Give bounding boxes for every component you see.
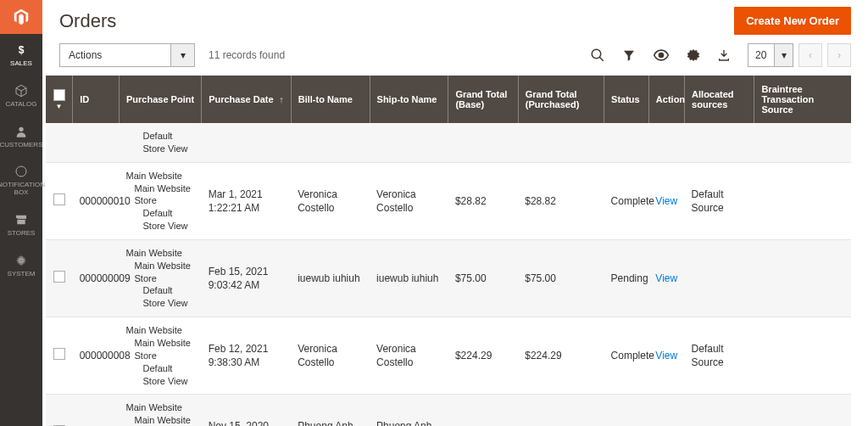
row-checkbox[interactable] xyxy=(53,193,65,205)
sidebar-item-customers[interactable]: CUSTOMERS xyxy=(0,115,42,156)
cell-purchase-point: Main WebsiteMain Website StoreDefault St… xyxy=(120,239,202,317)
column-header[interactable]: Ship-to Name xyxy=(370,76,448,123)
column-header[interactable]: ▼ xyxy=(46,76,73,123)
select-all-checkbox[interactable] xyxy=(53,89,65,101)
cell-base: $74.00 xyxy=(448,395,518,426)
column-header[interactable]: Bill-to Name xyxy=(291,76,370,123)
cell-base: $28.82 xyxy=(448,162,518,239)
cell-status: Complete xyxy=(604,162,649,239)
page-size-select[interactable]: 20 ▾ xyxy=(748,43,793,67)
column-header[interactable]: Grand Total (Base) xyxy=(448,76,518,123)
column-header[interactable]: Braintree Transaction Source xyxy=(754,76,851,123)
cell-alloc: Default Source xyxy=(685,317,754,395)
cell-bt xyxy=(754,317,851,395)
sidebar-item-catalog[interactable]: CATALOG xyxy=(0,75,42,115)
cell-bill: iuewub iuhiuh xyxy=(291,239,370,317)
cell-purchase-point: Main WebsiteMain Website StoreDefault St… xyxy=(120,395,202,426)
chevron-down-icon: ▾ xyxy=(170,44,194,66)
column-header[interactable]: Allocated sources xyxy=(685,76,754,123)
next-page-button[interactable]: › xyxy=(827,43,851,67)
cell-date: Feb 15, 2021 9:03:42 AM xyxy=(202,239,292,317)
cell-date: Feb 12, 2021 9:38:30 AM xyxy=(202,317,292,395)
svg-text:$: $ xyxy=(19,44,25,56)
settings-icon[interactable] xyxy=(687,48,700,62)
svg-point-6 xyxy=(659,53,664,58)
cell-status: Pending xyxy=(604,239,649,317)
cell-date: Nov 15, 2020 8:22:31 PM xyxy=(202,395,292,426)
filter-icon[interactable] xyxy=(622,48,636,62)
search-icon[interactable] xyxy=(590,48,605,63)
svg-line-5 xyxy=(599,57,604,61)
orders-grid: ▼IDPurchase PointPurchase Date↑Bill-to N… xyxy=(46,76,851,426)
table-row: 000000007Main WebsiteMain Website StoreD… xyxy=(46,395,851,426)
column-header[interactable]: Action xyxy=(648,76,684,123)
cell-bt xyxy=(754,239,851,317)
cell-ship: Veronica Costello xyxy=(370,162,448,239)
export-icon[interactable] xyxy=(717,48,731,62)
cell-ship: iuewub iuhiuh xyxy=(370,239,448,317)
dollar-icon: $ xyxy=(14,42,29,58)
cell-purchased: $28.82 xyxy=(518,162,604,239)
row-checkbox[interactable] xyxy=(53,348,65,360)
cell-id: 000000010 xyxy=(73,162,120,239)
cell-ship: Veronica Costello xyxy=(370,317,448,395)
records-found-label: 11 records found xyxy=(209,49,285,61)
view-link[interactable]: View xyxy=(655,272,677,284)
prev-page-button[interactable]: ‹ xyxy=(798,43,822,67)
create-new-order-button[interactable]: Create New Order xyxy=(734,7,851,35)
column-header[interactable]: Grand Total (Purchased) xyxy=(518,76,604,123)
cell-alloc: Default Source xyxy=(685,162,754,239)
cell-purchased: $75.00 xyxy=(518,239,604,317)
cell-status: Complete xyxy=(604,317,649,395)
magento-logo[interactable] xyxy=(0,0,42,34)
cell-id: 000000008 xyxy=(73,317,120,395)
eye-icon[interactable] xyxy=(653,49,670,61)
bell-icon xyxy=(14,164,29,179)
person-icon xyxy=(14,124,29,139)
cell-bt xyxy=(754,162,851,239)
cube-icon xyxy=(14,83,29,98)
view-link[interactable]: View xyxy=(655,195,677,207)
view-link[interactable]: View xyxy=(655,350,677,362)
cell-ship: Phuong Anh Nguyen xyxy=(370,395,448,426)
chevron-down-icon[interactable]: ▼ xyxy=(56,103,63,110)
cell-alloc xyxy=(685,239,754,317)
cell-alloc xyxy=(685,395,754,426)
sidebar-item-notification[interactable]: NOTIFICATION BOX xyxy=(0,155,42,204)
sidebar-item-sales[interactable]: $ SALES xyxy=(0,34,42,75)
chevron-down-icon: ▾ xyxy=(774,44,793,66)
cell-date: Mar 1, 2021 1:22:21 AM xyxy=(202,162,292,239)
table-row: 000000008Main WebsiteMain Website StoreD… xyxy=(46,317,851,395)
cell-bt xyxy=(754,395,851,426)
cell-bill: Veronica Costello xyxy=(291,162,370,239)
actions-dropdown[interactable]: Actions ▾ xyxy=(59,43,195,67)
sort-asc-icon: ↑ xyxy=(279,94,284,104)
cell-base: $75.00 xyxy=(448,239,518,317)
sidebar-nav: $ SALES CATALOG CUSTOMERS NOTIFICATION B… xyxy=(0,0,42,426)
table-row: 000000010Main WebsiteMain Website StoreD… xyxy=(46,162,851,239)
cell-purchase-point: Main WebsiteMain Website StoreDefault St… xyxy=(120,317,202,395)
cell-bill: Veronica Costello xyxy=(291,317,370,395)
cell-id: 000000007 xyxy=(73,395,120,426)
store-icon xyxy=(14,212,29,227)
cell-purchase-point: Main WebsiteMain Website StoreDefault St… xyxy=(120,162,202,239)
svg-point-1 xyxy=(19,126,23,131)
cell-purchased: $224.29 xyxy=(518,317,604,395)
svg-point-4 xyxy=(592,49,601,59)
page-title: Orders xyxy=(59,10,116,32)
cell-purchased: $74.00 xyxy=(518,395,604,426)
cell-status: Pending xyxy=(604,395,649,426)
column-header[interactable]: ID xyxy=(73,76,120,123)
gear-icon xyxy=(14,253,29,268)
sidebar-item-system[interactable]: SYSTEM xyxy=(0,244,42,285)
svg-point-2 xyxy=(16,166,26,177)
row-checkbox[interactable] xyxy=(53,271,65,283)
column-header[interactable]: Purchase Date↑ xyxy=(202,76,292,123)
sidebar-item-stores[interactable]: STORES xyxy=(0,204,42,244)
column-header[interactable]: Purchase Point xyxy=(120,76,202,123)
cell-bill: Phuong Anh Nguyen xyxy=(291,395,370,426)
cell-base: $224.29 xyxy=(448,317,518,395)
table-row: 000000009Main WebsiteMain Website StoreD… xyxy=(46,239,851,317)
cell-id: 000000009 xyxy=(73,239,120,317)
column-header[interactable]: Status xyxy=(604,76,649,123)
